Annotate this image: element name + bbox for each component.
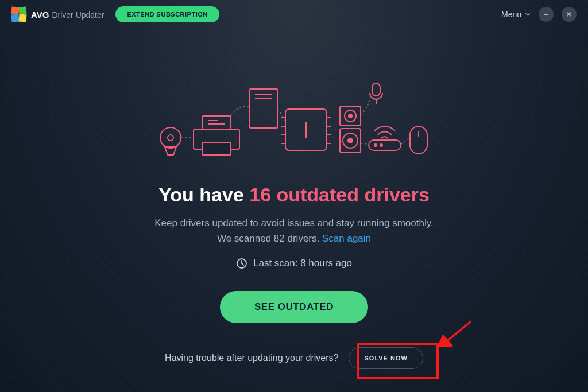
menu-label: Menu [501, 10, 521, 19]
header-bar: AVG Driver Updater EXTEND SUBSCRIPTION M… [0, 0, 588, 29]
brand-name: AVG [31, 10, 49, 20]
clock-icon [236, 258, 247, 269]
heading-highlight: 16 outdated drivers [249, 184, 430, 205]
logo-section: AVG Driver Updater [11, 7, 104, 22]
avg-logo-icon [11, 7, 26, 22]
svg-point-2 [168, 135, 173, 141]
app-name: AVG Driver Updater [31, 10, 104, 20]
footer-text: Having trouble after updating your drive… [165, 353, 338, 363]
main-heading: You have 16 outdated drivers [158, 184, 430, 206]
last-scan-info: Last scan: 8 hours ago [236, 258, 352, 269]
footer: Having trouble after updating your drive… [0, 347, 588, 369]
close-button[interactable] [562, 7, 577, 22]
app-title: Driver Updater [52, 10, 104, 20]
solve-now-button[interactable]: SOLVE NOW [349, 347, 423, 369]
see-outdated-button[interactable]: SEE OUTDATED [220, 291, 368, 323]
svg-point-25 [349, 114, 352, 118]
svg-rect-29 [369, 140, 401, 150]
devices-illustration-icon [145, 80, 443, 166]
minimize-icon [543, 11, 550, 18]
svg-point-28 [348, 138, 353, 143]
svg-rect-21 [372, 83, 380, 96]
main-content: You have 16 outdated drivers Keep driver… [0, 29, 588, 323]
svg-point-1 [160, 127, 181, 148]
last-scan-text: Last scan: 8 hours ago [253, 258, 352, 269]
minimize-button[interactable] [539, 7, 554, 22]
close-icon [566, 11, 572, 18]
scan-again-link[interactable]: Scan again [322, 233, 371, 244]
extend-subscription-button[interactable]: EXTEND SUBSCRIPTION [115, 6, 219, 22]
scanned-text: We scanned 82 drivers. [217, 233, 322, 244]
subtitle: Keep drivers updated to avoid issues and… [154, 215, 433, 246]
header-right: Menu [501, 7, 577, 22]
svg-rect-32 [410, 126, 427, 154]
menu-dropdown[interactable]: Menu [501, 10, 531, 19]
chevron-down-icon [525, 11, 531, 17]
subtitle-line2: We scanned 82 drivers. Scan again [154, 231, 433, 246]
svg-line-35 [445, 321, 471, 343]
svg-rect-7 [202, 142, 231, 155]
heading-prefix: You have [158, 184, 249, 205]
svg-point-30 [374, 144, 377, 146]
svg-point-31 [380, 144, 382, 146]
svg-rect-4 [202, 116, 231, 129]
subtitle-line1: Keep drivers updated to avoid issues and… [154, 215, 433, 231]
